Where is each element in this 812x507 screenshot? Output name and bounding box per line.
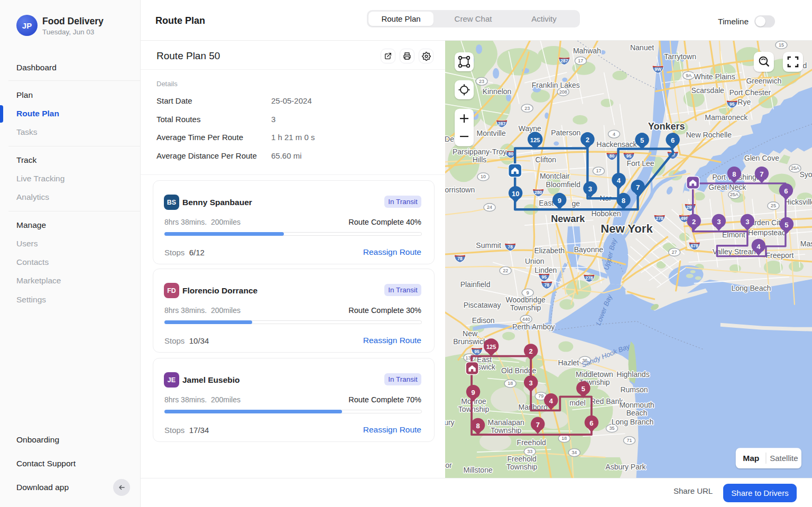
svg-text:Paterson: Paterson (551, 128, 580, 137)
svg-text:New York: New York (601, 222, 653, 235)
svg-text:5: 5 (785, 221, 788, 229)
svg-text:125: 125 (486, 344, 496, 350)
svg-text:New Rochelle: New Rochelle (686, 131, 732, 139)
svg-text:Perth Amboy: Perth Amboy (512, 322, 555, 331)
svg-text:Plainfield: Plainfield (460, 280, 491, 289)
svg-text:Township: Township (510, 303, 541, 312)
svg-text:Township: Township (458, 405, 490, 413)
svg-text:Hills: Hills (473, 155, 486, 164)
svg-text:278: 278 (585, 275, 593, 281)
svg-text:4: 4 (613, 132, 615, 137)
svg-text:3: 3 (717, 218, 721, 226)
svg-text:Franklin Lakes: Franklin Lakes (532, 81, 580, 89)
svg-text:Township: Township (491, 426, 522, 435)
svg-text:23: 23 (524, 106, 530, 111)
svg-text:80: 80 (508, 151, 513, 156)
svg-text:Clifton: Clifton (535, 155, 556, 164)
svg-text:3: 3 (588, 185, 592, 193)
svg-text:Rumson: Rumson (620, 385, 648, 394)
svg-text:Morristown: Morristown (445, 186, 475, 194)
svg-text:Long Beach: Long Beach (731, 284, 771, 292)
svg-text:17: 17 (578, 58, 583, 63)
svg-text:Freehold: Freehold (508, 455, 537, 463)
svg-text:Union: Union (525, 257, 545, 265)
svg-text:95: 95 (626, 153, 632, 159)
svg-text:18: 18 (561, 436, 567, 441)
svg-text:18: 18 (508, 381, 513, 386)
svg-text:Hazlet: Hazlet (558, 358, 579, 367)
svg-text:4: 4 (617, 177, 621, 185)
svg-text:2: 2 (692, 218, 696, 226)
svg-text:27: 27 (672, 250, 677, 255)
svg-text:mdel: mdel (569, 399, 585, 407)
svg-text:Township: Township (506, 463, 538, 471)
svg-text:6: 6 (589, 419, 593, 427)
svg-text:440: 440 (522, 317, 530, 322)
svg-text:Bayonne: Bayonne (574, 245, 604, 254)
svg-text:Map: Map (743, 454, 759, 463)
svg-text:17: 17 (596, 168, 601, 173)
svg-text:Tarrytown: Tarrytown (664, 52, 696, 61)
svg-text:Asbury Park: Asbury Park (605, 463, 646, 471)
svg-text:Fort Lee: Fort Lee (626, 159, 654, 168)
svg-text:7: 7 (536, 421, 540, 429)
svg-text:De: De (445, 135, 454, 143)
svg-text:Nanuet: Nanuet (630, 43, 654, 52)
svg-text:5: 5 (640, 136, 644, 144)
svg-text:bury: bury (445, 418, 455, 427)
svg-text:95: 95 (474, 349, 479, 354)
svg-text:Summit: Summit (476, 241, 501, 250)
svg-text:22: 22 (503, 268, 508, 273)
svg-text:33: 33 (527, 449, 532, 454)
svg-text:Valley Stream: Valley Stream (713, 247, 758, 256)
svg-text:sor: sor (445, 461, 452, 469)
svg-text:3: 3 (745, 218, 749, 226)
svg-text:78: 78 (457, 256, 463, 261)
svg-text:3: 3 (529, 379, 533, 387)
svg-text:Hoboken: Hoboken (591, 209, 621, 218)
svg-text:Bloomfield: Bloomfield (546, 180, 580, 189)
svg-text:Newark: Newark (551, 214, 585, 224)
svg-text:34: 34 (571, 450, 577, 455)
svg-text:Brunswick: Brunswick (453, 337, 487, 346)
svg-text:4: 4 (549, 397, 553, 405)
svg-text:East: East (539, 199, 553, 207)
svg-text:Freehold: Freehold (517, 438, 546, 447)
svg-text:Freeport: Freeport (765, 251, 793, 260)
svg-text:9: 9 (558, 197, 561, 205)
svg-text:Mamaroneck: Mamaroneck (705, 113, 748, 122)
svg-text:6: 6 (784, 187, 788, 195)
svg-text:9: 9 (471, 389, 475, 397)
svg-text:Hempstead: Hempstead (748, 228, 786, 237)
svg-text:Rye: Rye (737, 98, 751, 106)
svg-text:Scarsdale: Scarsdale (691, 86, 725, 95)
svg-text:7: 7 (760, 170, 763, 178)
svg-text:8: 8 (476, 422, 479, 430)
svg-text:Port Chester: Port Chester (730, 88, 771, 97)
svg-text:Elizabeth: Elizabeth (534, 246, 565, 255)
svg-text:287: 287 (498, 121, 505, 126)
svg-text:278: 278 (656, 216, 663, 221)
svg-text:678: 678 (691, 243, 698, 248)
svg-text:Mas: Mas (800, 239, 812, 248)
svg-text:23: 23 (479, 79, 484, 84)
svg-text:Highlands: Highlands (616, 370, 649, 379)
svg-text:287: 287 (560, 58, 568, 63)
svg-text:Piscataway: Piscataway (464, 301, 501, 309)
svg-text:Millstone: Millstone (463, 466, 493, 474)
svg-text:78: 78 (545, 282, 550, 288)
svg-text:Woodbridge: Woodbridge (506, 296, 546, 304)
svg-text:Hackensack: Hackensack (596, 140, 637, 149)
svg-text:Satellite: Satellite (770, 454, 798, 463)
svg-text:Wayne: Wayne (519, 124, 541, 133)
svg-text:4: 4 (756, 243, 761, 251)
svg-text:Yonkers: Yonkers (648, 121, 685, 132)
svg-text:95: 95 (730, 102, 735, 107)
svg-text:6: 6 (671, 136, 675, 144)
svg-text:5: 5 (582, 385, 585, 393)
svg-text:White Plains: White Plains (694, 72, 735, 81)
svg-text:Monmouth: Monmouth (619, 401, 654, 409)
svg-text:Manalapan: Manalapan (487, 418, 524, 427)
svg-text:2: 2 (529, 347, 533, 355)
svg-text:Parsippany-Troy: Parsippany-Troy (453, 148, 506, 156)
